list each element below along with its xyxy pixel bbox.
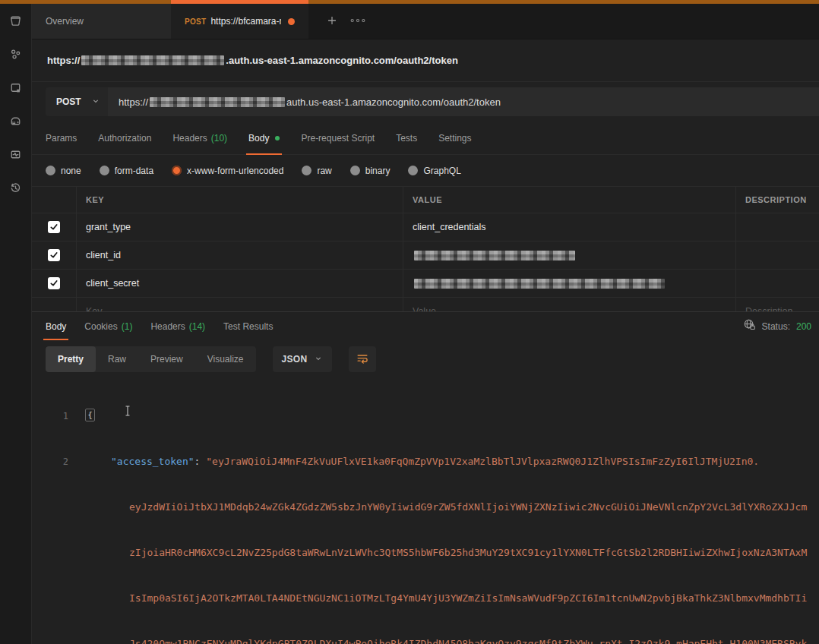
chevron-down-icon [91, 95, 100, 109]
view-pretty[interactable]: Pretty [46, 346, 96, 372]
tab-overview-label: Overview [46, 16, 84, 27]
json-string: Js420Qmw1BNCzENYuMDglYKdpGPT0Z9LDXuI4wPo… [129, 636, 807, 644]
headers-count-badge: (10) [211, 133, 227, 144]
request-url-banner: https://.auth.us-east-1.amazoncognito.co… [32, 39, 819, 82]
value-cell[interactable] [403, 270, 735, 297]
key-column-header: KEY [76, 187, 403, 213]
collections-icon [8, 14, 23, 28]
description-cell[interactable] [735, 270, 819, 297]
sidebar-environments-button[interactable] [0, 71, 32, 104]
sidebar-collections-button[interactable] [0, 4, 32, 37]
value-placeholder[interactable]: Value [403, 298, 735, 311]
code-line: 1{ [32, 409, 819, 424]
new-tab-button[interactable] [319, 4, 345, 39]
globe-lock-icon [743, 318, 756, 334]
sidebar-history-button[interactable] [0, 171, 32, 204]
unsaved-changes-dot [288, 18, 295, 25]
row-checkbox-checked[interactable] [48, 221, 60, 233]
response-panel: Body Cookies(1) Headers(14) Test Results… [32, 311, 819, 644]
tab-settings[interactable]: Settings [438, 122, 471, 154]
body-mode-selector: none form-data x-www-form-urlencoded raw… [32, 155, 819, 186]
body-mode-raw[interactable]: raw [302, 166, 331, 176]
tab-params[interactable]: Params [46, 122, 77, 154]
tab-method-label: POST [185, 17, 206, 26]
json-string: eyJzdWIiOiJtbXJ1MDdqb24wZGk4ZGdzZW5sbzJn… [129, 500, 807, 515]
urlencoded-params-table: KEY VALUE DESCRIPTION grant_type client_… [32, 186, 819, 311]
url-prefix: https:// [119, 96, 148, 108]
body-mode-form-data[interactable]: form-data [100, 166, 153, 176]
response-header: Body Cookies(1) Headers(14) Test Results… [32, 312, 819, 340]
redacted-domain [150, 97, 285, 107]
row-checkbox-checked[interactable] [48, 249, 60, 261]
description-column-header: DESCRIPTION [735, 187, 819, 213]
response-tab-cookies[interactable]: Cookies(1) [84, 312, 132, 340]
response-body-viewer[interactable]: 1{ 2"access_token": "eyJraWQiOiJ4MnF4ZkV… [32, 378, 819, 644]
json-string: zIjoiaHR0cHM6XC9cL2NvZ25pdG8taWRwLnVzLWV… [129, 545, 807, 560]
radio-icon [46, 166, 55, 175]
table-row: client_id [32, 241, 819, 269]
method-dropdown[interactable]: POST [46, 87, 108, 116]
sidebar-monitors-button[interactable] [0, 137, 32, 171]
redacted-value [414, 251, 575, 260]
activity-sidebar [0, 4, 32, 644]
body-mode-graphql[interactable]: GraphQL [408, 166, 460, 176]
apis-icon [8, 47, 23, 62]
body-mode-x-www-form-urlencoded[interactable]: x-www-form-urlencoded [172, 166, 283, 176]
url-input[interactable]: https://auth.us-east-1.amazoncognito.com… [108, 87, 819, 116]
row-checkbox-checked[interactable] [48, 277, 60, 289]
tab-pre-request-script[interactable]: Pre-request Script [301, 122, 375, 154]
banner-url-suffix: .auth.us-east-1.amazoncognito.com/oauth2… [226, 55, 458, 66]
postman-window: Overview POST https://bfcamara-my- https… [0, 0, 819, 644]
tab-title: https://bfcamara-my- [210, 16, 281, 27]
view-raw[interactable]: Raw [96, 346, 138, 372]
status-value: 200 [796, 321, 811, 332]
response-tab-headers[interactable]: Headers(14) [150, 312, 205, 340]
fold-toggle[interactable]: { [85, 409, 95, 421]
format-dropdown[interactable]: JSON [273, 346, 333, 372]
tab-tests[interactable]: Tests [396, 122, 417, 154]
url-suffix: auth.us-east-1.amazoncognito.com/oauth2/… [286, 96, 501, 108]
mock-servers-icon [8, 114, 23, 128]
description-cell[interactable] [735, 242, 819, 269]
view-preview[interactable]: Preview [138, 346, 195, 372]
tab-authorization[interactable]: Authorization [98, 122, 151, 154]
tab-body[interactable]: Body [248, 122, 280, 154]
body-present-dot [275, 136, 280, 140]
tab-options-button[interactable] [345, 4, 371, 39]
value-column-header: VALUE [403, 187, 735, 213]
key-cell[interactable]: grant_type [76, 213, 403, 241]
radio-icon [100, 166, 109, 175]
line-number: 1 [32, 409, 68, 424]
history-icon [8, 181, 23, 195]
description-placeholder[interactable]: Description [735, 298, 819, 311]
description-cell[interactable] [735, 213, 819, 241]
wrap-text-button[interactable] [349, 346, 376, 372]
table-header-row: KEY VALUE DESCRIPTION [32, 187, 819, 213]
tab-overview[interactable]: Overview [32, 4, 171, 39]
banner-url-prefix: https:// [47, 55, 80, 66]
key-cell[interactable]: client_secret [76, 270, 403, 297]
code-line-wrapped: IsImp0aSI6IjA2OTkzMTA0LTA4NDEtNGUzNC1iOT… [32, 591, 819, 606]
tab-active-request[interactable]: POST https://bfcamara-my- [171, 4, 308, 39]
view-visualize[interactable]: Visualize [195, 346, 256, 372]
json-string: IsImp0aSI6IjA2OTkzMTA0LTA4NDEtNGUzNC1iOT… [129, 591, 807, 606]
sidebar-apis-button[interactable] [0, 37, 32, 71]
value-cell[interactable]: client_credentials [403, 213, 735, 241]
checkbox-column-header [32, 187, 76, 213]
code-line-wrapped: eyJzdWIiOiJtbXJ1MDdqb24wZGk4ZGdzZW5sbzJn… [32, 500, 819, 515]
text-cursor-artifact [124, 405, 131, 421]
code-line-wrapped: zIjoiaHR0cHM6XC9cL2NvZ25pdG8taWRwLnVzLWV… [32, 545, 819, 560]
value-cell[interactable] [403, 242, 735, 269]
key-cell[interactable]: client_id [76, 242, 403, 269]
key-placeholder[interactable]: Key [76, 298, 403, 311]
radio-icon [408, 166, 418, 175]
json-string: "eyJraWQiOiJ4MnF4ZkVuUFlxVE1ka0FqQmZpVVp… [206, 456, 759, 467]
body-mode-binary[interactable]: binary [350, 166, 391, 176]
tab-headers[interactable]: Headers(10) [172, 122, 227, 154]
body-mode-none[interactable]: none [46, 166, 81, 176]
sidebar-mock-servers-button[interactable] [0, 104, 32, 137]
status-label: Status: [762, 321, 790, 332]
response-tab-body[interactable]: Body [46, 312, 66, 340]
monitors-icon [8, 147, 23, 162]
response-tab-test-results[interactable]: Test Results [223, 312, 273, 340]
